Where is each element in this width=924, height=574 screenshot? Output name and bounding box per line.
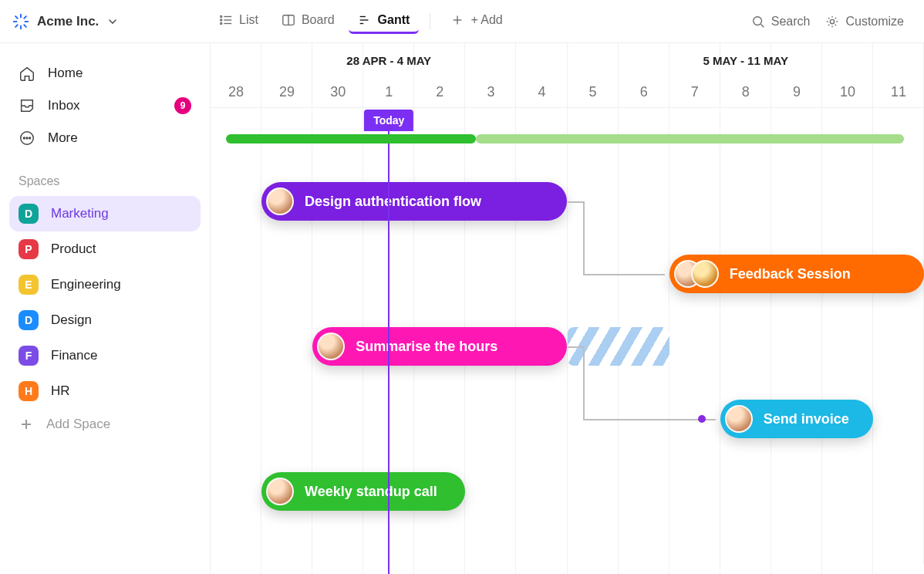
gantt-task-pill[interactable]: Design authentication flow bbox=[261, 182, 567, 221]
week-header-1: 28 APR - 4 MAY bbox=[211, 54, 568, 67]
search-label: Search bbox=[771, 15, 811, 29]
nav-home[interactable]: Home bbox=[9, 57, 201, 89]
day-header-cell: 4 bbox=[516, 77, 567, 107]
day-header-cell: 3 bbox=[465, 77, 516, 107]
svg-point-12 bbox=[221, 22, 222, 24]
add-view-button[interactable]: + Add bbox=[441, 8, 511, 34]
tab-gantt[interactable]: Gantt bbox=[349, 8, 420, 34]
day-header-cell: 8 bbox=[720, 77, 771, 107]
tab-gantt-label: Gantt bbox=[378, 13, 410, 27]
task-label: Design authentication flow bbox=[305, 194, 481, 210]
spaces-list: DMarketingPProductEEngineeringDDesignFFi… bbox=[9, 196, 201, 409]
gantt-task-pill[interactable]: Send invoice bbox=[720, 400, 873, 438]
svg-point-26 bbox=[26, 137, 28, 139]
day-header-cell: 5 bbox=[568, 77, 619, 107]
sidebar-space-item[interactable]: HHR bbox=[9, 373, 201, 409]
divider bbox=[430, 13, 430, 30]
svg-line-6 bbox=[15, 25, 18, 27]
day-header-cell: 10 bbox=[822, 77, 873, 107]
sidebar-space-item[interactable]: DDesign bbox=[9, 302, 201, 338]
today-marker-line bbox=[388, 130, 389, 574]
space-color-chip: H bbox=[19, 381, 39, 401]
space-name-label: Finance bbox=[51, 348, 97, 363]
avatar bbox=[725, 405, 753, 433]
svg-line-7 bbox=[24, 16, 26, 19]
search-icon bbox=[751, 15, 765, 29]
sidebar-space-item[interactable]: EEngineering bbox=[9, 267, 201, 302]
assignee-avatars bbox=[674, 260, 719, 288]
gantt-task-pill[interactable]: Weekly standup call bbox=[261, 472, 465, 511]
svg-line-22 bbox=[760, 24, 764, 27]
app-header: Acme Inc. List Board Gantt + Add Search … bbox=[0, 0, 924, 43]
sidebar: Home Inbox 9 More Spaces DMarketingPProd… bbox=[0, 43, 210, 574]
task-label: Send invoice bbox=[764, 411, 849, 427]
customize-label: Customize bbox=[845, 15, 904, 29]
customize-button[interactable]: Customize bbox=[818, 10, 912, 33]
tab-board[interactable]: Board bbox=[272, 8, 344, 34]
nav-more[interactable]: More bbox=[9, 122, 201, 154]
add-space-label: Add Space bbox=[46, 417, 110, 432]
space-color-chip: E bbox=[19, 275, 39, 295]
day-header-cell: 7 bbox=[669, 77, 720, 107]
tab-list-label: List bbox=[239, 13, 258, 27]
nav-home-label: Home bbox=[48, 66, 83, 81]
workspace-switcher[interactable]: Acme Inc. bbox=[12, 13, 210, 30]
task-label: Weekly standup call bbox=[305, 484, 437, 500]
svg-line-5 bbox=[24, 25, 26, 27]
list-icon bbox=[219, 13, 233, 27]
app-logo-icon bbox=[12, 13, 29, 30]
avatar bbox=[266, 478, 294, 505]
day-header-cell: 11 bbox=[873, 77, 924, 107]
more-icon bbox=[19, 130, 35, 147]
home-icon bbox=[19, 65, 35, 82]
capacity-segment bbox=[226, 134, 476, 144]
sidebar-space-item[interactable]: FFinance bbox=[9, 338, 201, 373]
day-header-cell: 9 bbox=[771, 77, 822, 107]
sidebar-space-item[interactable]: DMarketing bbox=[9, 196, 201, 231]
plus-icon bbox=[19, 417, 34, 432]
space-name-label: Marketing bbox=[51, 206, 109, 221]
inbox-badge: 9 bbox=[174, 97, 191, 114]
space-color-chip: D bbox=[19, 204, 39, 224]
gantt-task-pill[interactable]: Feedback Session bbox=[669, 255, 924, 293]
day-header-cell: 30 bbox=[312, 77, 363, 107]
plus-icon bbox=[450, 13, 464, 27]
search-button[interactable]: Search bbox=[744, 10, 818, 33]
gantt-task-pill[interactable]: Summarise the hours bbox=[312, 327, 567, 366]
svg-line-4 bbox=[15, 16, 18, 19]
space-color-chip: D bbox=[19, 310, 39, 330]
tab-list[interactable]: List bbox=[210, 8, 268, 34]
board-icon bbox=[282, 13, 295, 27]
day-header-cell: 29 bbox=[261, 77, 312, 107]
avatar bbox=[266, 187, 294, 215]
gear-icon bbox=[825, 15, 839, 29]
task-label: Feedback Session bbox=[730, 266, 851, 282]
nav-more-label: More bbox=[48, 130, 78, 146]
space-name-label: HR bbox=[51, 383, 70, 399]
space-name-label: Design bbox=[51, 312, 92, 328]
day-header-cell: 28 bbox=[211, 77, 261, 107]
svg-point-21 bbox=[753, 16, 761, 25]
view-tabs: List Board Gantt + Add bbox=[210, 8, 512, 34]
day-header-cell: 2 bbox=[414, 77, 465, 107]
week-header-2: 5 MAY - 11 MAY bbox=[568, 54, 925, 67]
sidebar-space-item[interactable]: PProduct bbox=[9, 231, 201, 267]
day-header-cell: 1 bbox=[363, 77, 414, 107]
avatar bbox=[691, 260, 719, 288]
svg-point-23 bbox=[831, 19, 835, 23]
spaces-section-label: Spaces bbox=[19, 174, 191, 188]
day-header-row: 2829301234567891011 bbox=[211, 77, 924, 108]
capacity-segment bbox=[476, 134, 904, 144]
gantt-chart[interactable]: 28 APR - 4 MAY 5 MAY - 11 MAY 2829301234… bbox=[210, 43, 924, 574]
nav-inbox[interactable]: Inbox 9 bbox=[9, 89, 201, 122]
tab-board-label: Board bbox=[302, 13, 335, 27]
svg-point-25 bbox=[23, 137, 25, 139]
space-color-chip: P bbox=[19, 239, 39, 259]
space-name-label: Engineering bbox=[51, 277, 121, 292]
nav-inbox-label: Inbox bbox=[48, 98, 80, 113]
svg-point-10 bbox=[221, 19, 222, 21]
space-color-chip: F bbox=[19, 346, 39, 366]
space-name-label: Product bbox=[51, 241, 96, 257]
week-header-row: 28 APR - 4 MAY 5 MAY - 11 MAY bbox=[211, 43, 924, 77]
add-space-button[interactable]: Add Space bbox=[9, 409, 201, 440]
